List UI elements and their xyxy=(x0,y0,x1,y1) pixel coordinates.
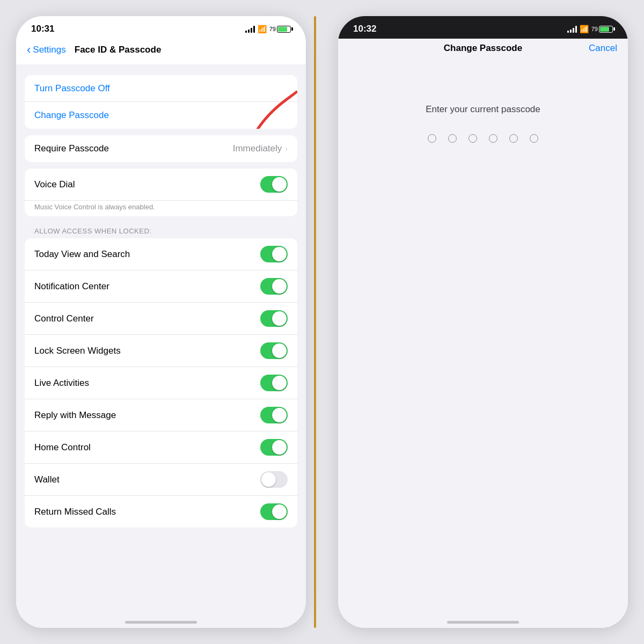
toggle-return-missed-calls[interactable] xyxy=(260,503,288,520)
require-passcode-value: Immediately xyxy=(233,143,282,154)
page-title-left: Face ID & Passcode xyxy=(75,45,162,55)
require-passcode-row[interactable]: Require Passcode Immediately › xyxy=(25,135,297,162)
back-label: Settings xyxy=(33,45,65,55)
status-icons-left: 📶 79 xyxy=(245,25,291,33)
status-bar-right: 10:32 📶 79 xyxy=(338,16,628,39)
time-left: 10:31 xyxy=(31,24,54,34)
wifi-icon-right: 📶 xyxy=(580,25,589,33)
turn-passcode-off-row[interactable]: Turn Passcode Off xyxy=(25,75,297,102)
status-bar-left: 10:31 📶 79 xyxy=(16,16,306,39)
access-section-header: ALLOW ACCESS WHEN LOCKED: xyxy=(25,223,297,238)
cancel-button[interactable]: Cancel xyxy=(589,43,617,54)
list-item[interactable]: Notification Center xyxy=(25,270,297,303)
change-passcode-label: Change Passcode xyxy=(34,110,109,121)
turn-passcode-off-label: Turn Passcode Off xyxy=(34,83,110,94)
back-button[interactable]: ‹ Settings xyxy=(27,43,66,57)
back-chevron-icon: ‹ xyxy=(27,43,31,57)
chevron-right-icon: › xyxy=(285,144,288,153)
list-item[interactable]: Control Center xyxy=(25,303,297,335)
row-label: Home Control xyxy=(34,442,91,453)
require-passcode-label: Require Passcode xyxy=(34,143,109,154)
home-bar-right xyxy=(338,610,628,628)
battery-icon xyxy=(277,26,291,33)
list-item[interactable]: Home Control xyxy=(25,431,297,464)
passcode-dots xyxy=(428,134,538,143)
voice-dial-section: Voice Dial Music Voice Control is always… xyxy=(25,169,297,216)
passcode-dot-5 xyxy=(509,134,518,143)
passcode-section: Turn Passcode Off Change Passcode xyxy=(25,75,297,129)
list-item[interactable]: Lock Screen Widgets xyxy=(25,335,297,367)
row-label: Reply with Message xyxy=(34,410,116,421)
passcode-dot-1 xyxy=(428,134,436,143)
time-right: 10:32 xyxy=(353,24,376,34)
toggle-lock-screen-widgets[interactable] xyxy=(260,342,288,359)
signal-icon-right xyxy=(567,26,577,33)
passcode-dot-4 xyxy=(489,134,497,143)
require-passcode-value-group: Immediately › xyxy=(233,143,288,154)
battery-pct-left: 79 xyxy=(269,26,276,32)
voice-dial-label: Voice Dial xyxy=(34,179,75,190)
list-item[interactable]: Wallet xyxy=(25,464,297,496)
row-label: Notification Center xyxy=(34,281,109,292)
page-title-right: Change Passcode xyxy=(444,43,522,54)
row-label: Live Activities xyxy=(34,378,89,389)
nav-bar-left: ‹ Settings Face ID & Passcode xyxy=(16,39,306,64)
passcode-content: Enter your current passcode xyxy=(338,61,628,610)
toggle-control-center[interactable] xyxy=(260,310,288,327)
signal-icon xyxy=(245,26,255,33)
toggle-wallet[interactable] xyxy=(260,471,288,488)
home-bar-left xyxy=(16,610,306,628)
access-section-card: Today View and Search Notification Cente… xyxy=(25,238,297,528)
row-label: Return Missed Calls xyxy=(34,507,116,517)
change-passcode-row[interactable]: Change Passcode xyxy=(25,102,297,129)
list-item[interactable]: Reply with Message xyxy=(25,399,297,431)
passcode-dot-6 xyxy=(530,134,538,143)
row-label: Lock Screen Widgets xyxy=(34,346,121,356)
row-label: Control Center xyxy=(34,313,94,324)
toggle-today-view[interactable] xyxy=(260,246,288,262)
toggle-home-control[interactable] xyxy=(260,439,288,456)
phone-left: 10:31 📶 79 ‹ Settings Face ID & Passcode xyxy=(16,16,306,628)
toggle-live-activities[interactable] xyxy=(260,375,288,391)
toggle-notification-center[interactable] xyxy=(260,278,288,295)
passcode-prompt: Enter your current passcode xyxy=(426,104,540,115)
voice-dial-helper: Music Voice Control is always enabled. xyxy=(25,201,297,216)
voice-dial-toggle[interactable] xyxy=(260,176,288,193)
phone-right: 10:32 📶 79 Change Passcode Cancel Enter … xyxy=(338,16,628,628)
battery-icon-right xyxy=(599,26,613,33)
wifi-icon: 📶 xyxy=(258,25,267,33)
home-indicator xyxy=(125,621,197,624)
voice-dial-row: Voice Dial xyxy=(25,169,297,201)
row-label: Wallet xyxy=(34,474,60,485)
toggle-thumb xyxy=(272,177,287,192)
passcode-dot-2 xyxy=(448,134,457,143)
battery-right: 79 xyxy=(591,26,613,33)
nav-bar-right: Change Passcode Cancel xyxy=(338,39,628,61)
toggle-reply-with-message[interactable] xyxy=(260,407,288,423)
phone-divider xyxy=(314,16,316,628)
home-indicator-right xyxy=(447,621,519,624)
status-icons-right: 📶 79 xyxy=(567,25,613,33)
settings-content: Turn Passcode Off Change Passcode xyxy=(16,64,306,610)
list-item[interactable]: Live Activities xyxy=(25,367,297,399)
battery-container: 79 xyxy=(269,26,291,33)
require-passcode-section: Require Passcode Immediately › xyxy=(25,135,297,162)
list-item[interactable]: Today View and Search xyxy=(25,238,297,270)
list-item[interactable]: Return Missed Calls xyxy=(25,496,297,528)
row-label: Today View and Search xyxy=(34,249,130,260)
passcode-dot-3 xyxy=(469,134,477,143)
battery-pct-right: 79 xyxy=(591,26,598,32)
